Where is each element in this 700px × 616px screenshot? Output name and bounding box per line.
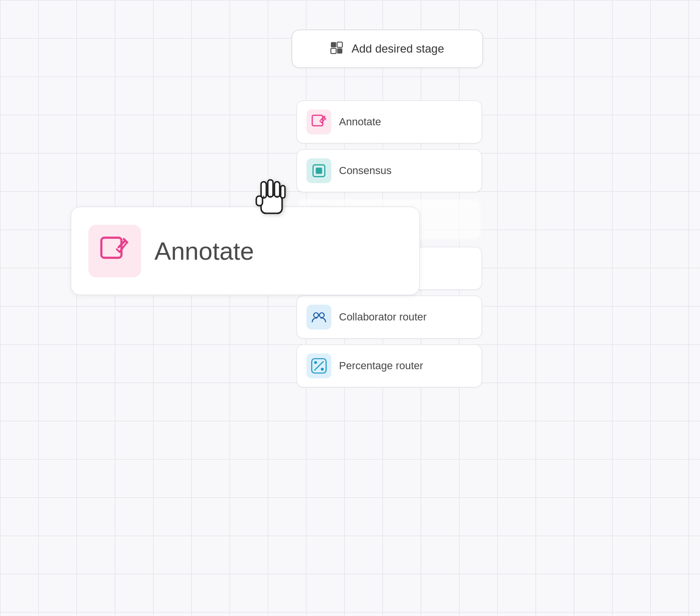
stage-item-consensus[interactable]: Consensus xyxy=(296,149,482,192)
collaborator-router-label: Collaborator router xyxy=(339,311,427,323)
stage-item-percentage-router[interactable]: Percentage router xyxy=(296,344,482,387)
svg-rect-1 xyxy=(337,42,342,47)
svg-point-13 xyxy=(314,313,318,318)
stage-item-collaborator-router[interactable]: Collaborator router xyxy=(296,296,482,339)
svg-point-14 xyxy=(319,313,324,318)
consensus-label: Consensus xyxy=(339,165,392,177)
percentage-router-label: Percentage router xyxy=(339,360,423,372)
annotate-card-label: Annotate xyxy=(154,237,254,265)
stage-item-annotate[interactable]: Annotate xyxy=(296,100,482,143)
annotate-card[interactable]: Annotate xyxy=(71,207,420,295)
svg-rect-8 xyxy=(316,167,322,174)
annotate-icon-box xyxy=(306,110,331,134)
collaborator-router-icon-box xyxy=(306,305,331,330)
percentage-router-icon-box xyxy=(306,353,331,378)
svg-rect-21 xyxy=(261,182,266,198)
svg-rect-24 xyxy=(281,186,285,198)
annotate-card-icon-box xyxy=(88,225,141,277)
add-stage-label: Add desired stage xyxy=(351,42,444,55)
annotate-label: Annotate xyxy=(339,116,381,128)
consensus-icon-box xyxy=(306,158,331,183)
svg-rect-25 xyxy=(256,196,262,206)
hand-cursor-icon xyxy=(252,177,291,228)
add-stage-icon xyxy=(330,42,345,56)
svg-rect-2 xyxy=(331,48,336,54)
svg-rect-0 xyxy=(331,42,336,47)
svg-rect-22 xyxy=(268,180,273,197)
svg-point-16 xyxy=(314,361,317,364)
svg-point-17 xyxy=(321,368,324,371)
add-stage-button[interactable]: Add desired stage xyxy=(292,30,483,68)
svg-rect-3 xyxy=(337,48,342,54)
svg-rect-23 xyxy=(274,182,280,197)
